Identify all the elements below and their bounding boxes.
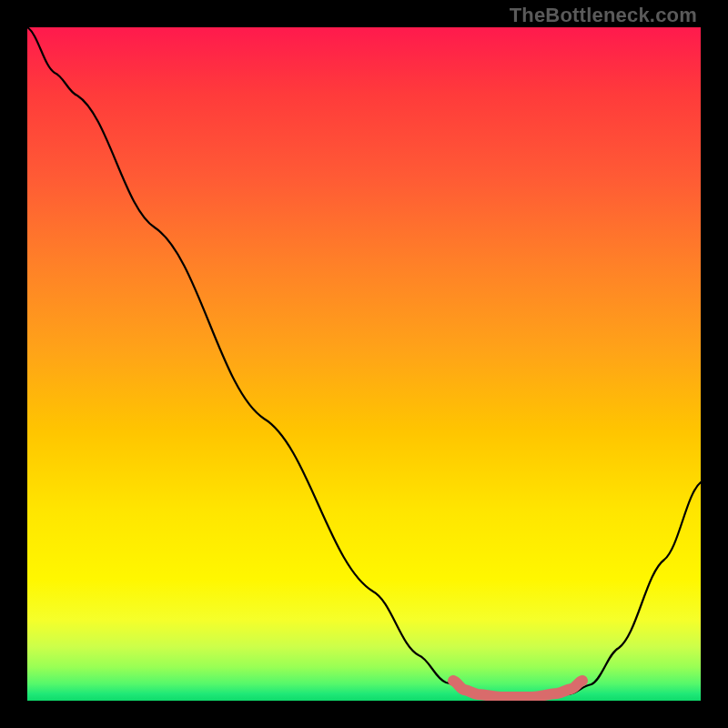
watermark-text: TheBottleneck.com [510, 4, 697, 27]
pink-trough [453, 681, 582, 697]
black-curve [27, 27, 701, 698]
curve-layer [27, 27, 701, 701]
chart-area [27, 27, 701, 701]
